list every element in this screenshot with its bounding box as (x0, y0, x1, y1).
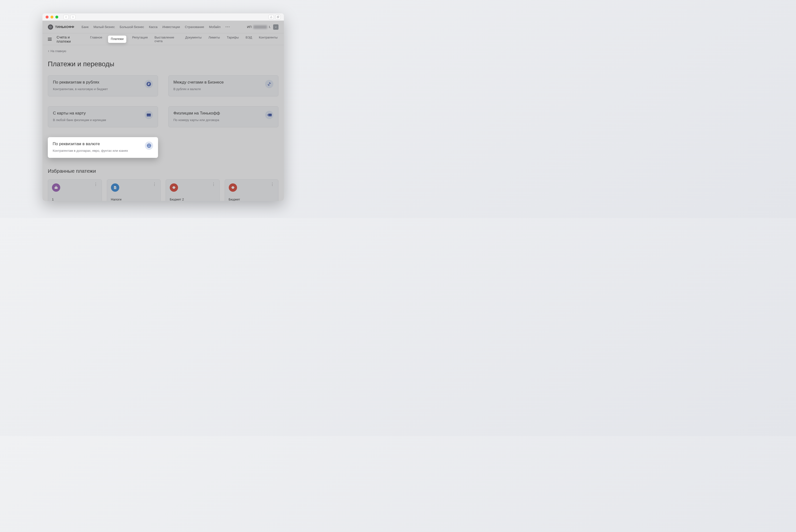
top-nav-item[interactable]: Большой бизнес (120, 25, 144, 29)
document-icon (111, 184, 119, 192)
emblem-icon (229, 184, 237, 192)
tile-title: Между счетами в Бизнесе (174, 80, 261, 85)
top-nav: ТИНЬКОФФ Банк Малый бизнес Большой бизне… (42, 21, 284, 33)
back-button[interactable] (64, 15, 69, 19)
sub-nav-title: Счета и платежи (57, 35, 84, 43)
tab-payments[interactable]: Платежи (108, 36, 126, 43)
favorite-label: Бюджет 2 (170, 197, 216, 201)
minimize-window-button[interactable] (51, 16, 53, 19)
svg-rect-4 (147, 114, 151, 116)
user-name-blurred (253, 25, 267, 29)
maximize-window-button[interactable] (55, 16, 58, 19)
tab-tariffs[interactable]: Тарифы (226, 36, 240, 43)
top-nav-items: Банк Малый бизнес Большой бизнес Касса И… (82, 25, 230, 29)
tab-counterparties[interactable]: Контрагенты (258, 36, 278, 43)
traffic-lights (46, 16, 58, 19)
tile-subtitle: В рублях и валюте (174, 87, 261, 91)
top-nav-item[interactable]: Касса (149, 25, 158, 29)
breadcrumb[interactable]: На главную (48, 50, 278, 53)
app-content: ТИНЬКОФФ Банк Малый бизнес Большой бизне… (42, 21, 284, 201)
tile-individuals-tinkoff[interactable]: Физлицам на Тинькофф По номеру карты или… (168, 106, 278, 127)
card-icon (145, 111, 153, 119)
ruble-icon: ₽ (145, 80, 153, 88)
tile-subtitle: Контрагентам, в налоговую и бюджет (53, 87, 141, 91)
top-nav-item[interactable]: Малый бизнес (93, 25, 115, 29)
favorite-card[interactable]: ⋮ Налоги (107, 179, 161, 201)
user-block[interactable]: ИП I. (247, 24, 278, 30)
kebab-icon[interactable]: ⋮ (152, 184, 157, 186)
svg-rect-7 (268, 114, 272, 115)
page-title: Платежи и переводы (48, 60, 278, 68)
close-window-button[interactable] (46, 16, 49, 19)
tab-ved[interactable]: ВЭД (245, 36, 253, 43)
browser-window: ТИНЬКОФФ Банк Малый бизнес Большой бизне… (42, 13, 284, 201)
chevron-left-icon (48, 50, 50, 52)
titlebar-right (269, 15, 281, 19)
top-nav-item[interactable]: Банк (82, 25, 89, 29)
payment-tiles: По реквизитам в рублях Контрагентам, в н… (48, 75, 278, 158)
tile-rubles[interactable]: По реквизитам в рублях Контрагентам, в н… (48, 75, 158, 96)
kebab-icon[interactable]: ⋮ (270, 184, 274, 186)
svg-rect-6 (268, 114, 272, 116)
kebab-icon[interactable]: ⋮ (94, 184, 98, 186)
svg-rect-12 (56, 186, 57, 187)
more-icon[interactable]: ••• (225, 25, 230, 29)
tile-title: По реквизитам в валюте (53, 141, 141, 146)
brand-name: ТИНЬКОФФ (55, 25, 74, 29)
tab-invoice[interactable]: Выставление счета (153, 36, 180, 43)
tile-card-to-card[interactable]: С карты на карту В любой банк физлицам и… (48, 106, 158, 127)
top-nav-item[interactable]: Инвестиции (162, 25, 180, 29)
user-label: ИП I. (247, 25, 271, 29)
tile-title: С карты на карту (53, 111, 141, 116)
sub-nav-items: Главное Платежи Репутация Выставление сч… (89, 36, 278, 43)
favorites-grid: ⋮ 1 ⋮ Налоги (48, 179, 278, 201)
tab-limits[interactable]: Лимиты (207, 36, 221, 43)
tile-title: По реквизитам в рублях (53, 80, 141, 85)
brand-logo-icon (48, 24, 53, 30)
favorite-label: 1 (52, 197, 98, 201)
tile-foreign-currency[interactable]: По реквизитам в валюте Контрагентам в до… (48, 137, 158, 158)
tab-reputation[interactable]: Репутация (131, 36, 149, 43)
favorite-card[interactable]: ⋮ 1 (48, 179, 102, 201)
tab-main[interactable]: Главное (89, 36, 103, 43)
tile-between-accounts[interactable]: Между счетами в Бизнесе В рублях и валют… (168, 75, 278, 96)
tile-subtitle: В любой банк физлицам и юрлицам (53, 118, 141, 122)
sub-nav: Счета и платежи Главное Платежи Репутаци… (42, 33, 284, 45)
tile-subtitle: По номеру карты или договора (174, 118, 261, 122)
globe-icon (145, 141, 153, 150)
favorite-label: Налоги (111, 197, 157, 201)
history-nav (64, 15, 76, 19)
tabs-button[interactable] (275, 15, 281, 19)
transfer-icon (265, 80, 273, 88)
card-arrow-icon (265, 111, 273, 119)
tab-documents[interactable]: Документы (184, 36, 203, 43)
top-nav-item[interactable]: Страхование (185, 25, 204, 29)
favorites-heading: Избранные платежи (48, 168, 278, 174)
svg-text:₽: ₽ (148, 82, 150, 86)
briefcase-icon (52, 184, 60, 192)
forward-button[interactable] (70, 15, 76, 19)
favorite-card[interactable]: ⋮ Бюджет 2 (166, 179, 220, 201)
brand[interactable]: ТИНЬКОФФ (48, 24, 74, 30)
kebab-icon[interactable]: ⋮ (212, 184, 216, 186)
favorite-card[interactable]: ⋮ Бюджет (224, 179, 279, 201)
tile-title: Физлицам на Тинькофф (174, 111, 261, 116)
svg-rect-5 (147, 114, 151, 115)
favorite-label: Бюджет (229, 197, 275, 201)
window-titlebar (42, 13, 284, 21)
chevron-down-icon[interactable] (273, 24, 278, 30)
top-nav-item[interactable]: Мобайл (209, 25, 220, 29)
svg-rect-11 (55, 187, 57, 189)
hamburger-icon[interactable] (48, 38, 52, 41)
share-button[interactable] (269, 15, 274, 19)
emblem-icon (170, 184, 178, 192)
main-content: На главную Платежи и переводы По реквизи… (42, 45, 284, 201)
tile-subtitle: Контрагентам в долларах, евро, фунтах ил… (53, 149, 141, 152)
